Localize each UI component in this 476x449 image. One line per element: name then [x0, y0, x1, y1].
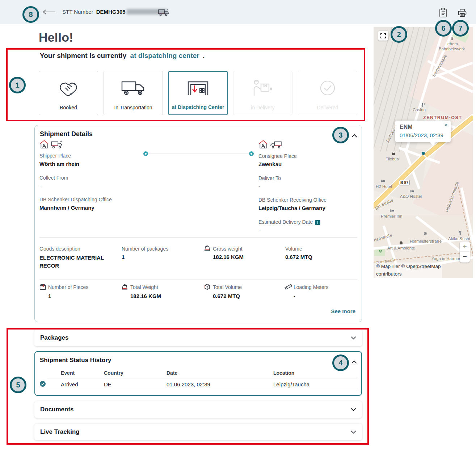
warehouse-icon: [186, 72, 210, 104]
see-more-link[interactable]: See more: [331, 308, 355, 314]
loading-meters-label: Loading Meters: [294, 284, 329, 290]
chevron-down-icon[interactable]: [351, 335, 356, 341]
col-country: Country: [104, 370, 123, 376]
status-history-title: Shipment Status History: [40, 357, 111, 364]
weight-icon: [122, 284, 128, 291]
truck-icon: [158, 9, 169, 18]
poi-label: Yoga in Harmon: [431, 256, 461, 261]
truck-icon: [120, 71, 147, 105]
map[interactable]: ehem. Bahnheizwerk Sachsenseite Sachsens…: [374, 27, 473, 278]
tram-icon: [424, 232, 427, 236]
bed-icon: [410, 189, 414, 193]
step-in-delivery: in Delivery: [233, 71, 292, 115]
back-arrow-icon[interactable]: [43, 9, 56, 16]
estimated-delivery-value: -: [258, 227, 260, 233]
annotation-marker-6: 6: [435, 20, 452, 37]
popup-datetime: 01/06/2023, 02:39: [400, 132, 446, 138]
map-popup: × ENM 01/06/2023, 02:39: [395, 121, 451, 142]
poi-label: Akiko Sushi: [448, 236, 470, 241]
attribution-line-2: contributors: [376, 270, 441, 278]
bed-icon: [390, 209, 394, 212]
row-event: Arrived: [61, 381, 78, 387]
packages-accordion[interactable]: Packages: [34, 330, 362, 346]
close-icon[interactable]: ×: [445, 122, 448, 128]
bed-icon: [381, 179, 385, 182]
goods-description-value: ELECTRONIC MATERIAL RECOR: [39, 254, 117, 270]
chevron-up-icon[interactable]: [351, 358, 357, 365]
live-tracking-title: Live Tracking: [40, 428, 80, 436]
zoom-in-button[interactable]: +: [460, 242, 470, 252]
poi-label: H2 Hotel: [376, 184, 392, 189]
route-end-dot: [249, 151, 254, 156]
annotation-marker-4: 4: [332, 354, 349, 371]
dispatching-office-label: DB Schenker Dispatching Office: [39, 197, 112, 202]
shipment-progress-steps: Booked In Transportation at Dispatching …: [39, 71, 357, 115]
road-badge: B 87: [399, 180, 410, 185]
col-event: Event: [61, 370, 75, 376]
stt-number-label: STT Number DEMHG305: [62, 9, 167, 15]
chevron-down-icon[interactable]: [351, 429, 356, 435]
shipment-status-history-card: Shipment Status History Event Country Da…: [34, 351, 362, 396]
poi-label: Bahnheizwerk: [439, 47, 465, 51]
goods-description-label: Goods description: [39, 246, 80, 252]
row-country: DE: [104, 381, 111, 387]
volume-value: 0.672 MTQ: [285, 254, 312, 260]
bag-icon: [399, 241, 403, 245]
shipment-details-title: Shipment Details: [40, 130, 93, 138]
popup-title: ENM: [400, 124, 446, 130]
number-of-packages-value: 1: [122, 254, 125, 260]
poi-label: Flixbus: [386, 157, 399, 161]
clipboard-icon[interactable]: [439, 8, 447, 19]
consignee-house-icon: [258, 140, 268, 151]
shipment-details-card: Shipment Details Shipper Place Wörth am …: [34, 125, 362, 322]
zoom-out-button[interactable]: −: [460, 252, 470, 262]
total-weight-value: 182.16 KGM: [130, 293, 161, 299]
handshake-icon: [55, 71, 81, 105]
fullscreen-button[interactable]: [378, 31, 388, 41]
loading-meters-value: -: [294, 293, 295, 299]
live-tracking-accordion[interactable]: Live Tracking: [34, 424, 362, 440]
dispatching-office-value: Mannheim / Germany: [39, 205, 94, 211]
chevron-down-icon[interactable]: [351, 406, 356, 413]
poi-label: ehem.: [447, 42, 459, 46]
page-title: Hello!: [39, 30, 73, 45]
poi-label: A&O Hostel: [400, 194, 422, 198]
attribution-line-1: © MapTiler © OpenStreetMap: [376, 263, 441, 270]
documents-accordion[interactable]: Documents: [34, 401, 362, 418]
info-bubble-icon[interactable]: !: [315, 220, 320, 225]
route-line: [148, 154, 250, 154]
district-label: ZENTRUM-OST: [423, 115, 462, 120]
ruler-icon: [285, 284, 292, 291]
popup-tail: [430, 142, 436, 146]
poi-label: Casino: [413, 108, 426, 112]
total-volume-label: Total Volume: [213, 284, 242, 290]
row-location: Leipzig/Taucha: [273, 381, 309, 387]
shipper-place-label: Shipper Place: [39, 153, 71, 159]
packages-title: Packages: [40, 334, 68, 341]
delivery-person-icon: [250, 71, 275, 105]
collapse-chevron-up-icon[interactable]: [351, 133, 357, 139]
shipper-truck-icon: [51, 140, 63, 151]
annotation-marker-5: 5: [10, 377, 26, 393]
printer-icon[interactable]: [458, 8, 467, 19]
step-in-transportation: In Transportation: [104, 71, 163, 115]
collect-from-value: -: [39, 183, 41, 189]
consignee-truck-icon: [270, 140, 282, 151]
volume-label: Volume: [285, 246, 302, 252]
restaurant-icon: [458, 231, 462, 235]
cube-icon: [204, 284, 210, 291]
total-weight-label: Total Weight: [130, 284, 158, 290]
monument-icon: [451, 37, 454, 40]
step-booked: Booked: [39, 71, 98, 115]
documents-title: Documents: [40, 406, 74, 413]
stt-number-value: DEMHG305: [96, 9, 126, 15]
plant-icon: [379, 249, 382, 253]
number-of-packages-label: Number of packages: [122, 246, 168, 252]
shipment-location-marker[interactable]: [422, 152, 425, 155]
divider: [47, 378, 357, 378]
map-attribution: © MapTiler © OpenStreetMap contributors: [375, 263, 442, 278]
package-icon: [39, 284, 46, 291]
annotation-marker-7: 7: [452, 20, 469, 37]
street-label: Hofmeisterstraße: [410, 239, 442, 243]
col-location: Location: [273, 370, 294, 376]
